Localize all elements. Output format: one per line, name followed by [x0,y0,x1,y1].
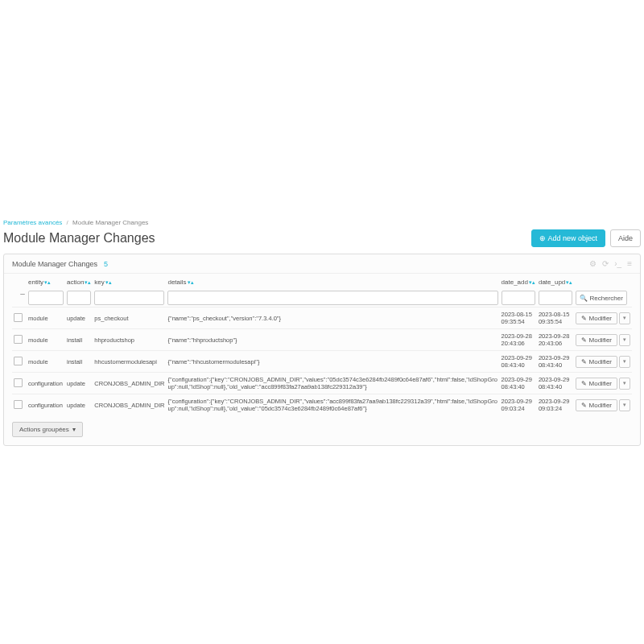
panel-title: Module Manager Changes [12,260,97,268]
cell-entity: module [27,329,65,351]
table-row: moduleinstallhhproductshop{"name":"hhpro… [12,329,632,351]
edit-dropdown[interactable]: ▾ [619,356,630,368]
table-row: configurationupdateCRONJOBS_ADMIN_DIR{"c… [12,373,632,394]
col-key[interactable]: key▾▴ [93,275,166,289]
col-date-add[interactable]: date_add▾▴ [500,275,537,289]
col-date-upd[interactable]: date_upd▾▴ [537,275,574,289]
breadcrumb-parent[interactable]: Paramètres avancés [3,219,62,226]
plus-icon: ⊕ [539,234,546,242]
cell-date-upd: 2023-09-2820:43:06 [537,329,574,351]
cell-date-add: 2023-09-2908:43:40 [500,373,537,394]
panel: Module Manager Changes 5 ⚙ ⟳ ›_ ≡ entity… [3,254,641,446]
add-new-object-button[interactable]: ⊕ Add new object [531,229,605,247]
filter-date-add[interactable] [502,291,535,305]
cell-date-upd: 2023-08-1509:35:54 [537,308,574,329]
list-icon[interactable]: ≡ [627,259,632,268]
export-icon[interactable]: ›_ [614,259,621,268]
filter-details[interactable] [167,291,497,305]
edit-dropdown[interactable]: ▾ [619,399,630,411]
chevron-down-icon: ▾ [72,426,76,433]
edit-button[interactable]: ✎ Modifier [576,378,617,390]
cell-entity: module [27,308,65,329]
cell-entity: module [27,351,65,373]
cell-date-upd: 2023-09-2908:43:40 [537,373,574,394]
cell-details: {"configuration":{"key":"CRONJOBS_ADMIN_… [166,394,499,416]
edit-dropdown[interactable]: ▾ [619,312,630,324]
bulk-actions-button[interactable]: Actions groupées▾ [12,422,83,437]
table-row: moduleupdateps_checkout{"name":"ps_check… [12,308,632,329]
cell-key: CRONJOBS_ADMIN_DIR [93,394,166,416]
col-details[interactable]: details▾▴ [166,275,499,289]
edit-dropdown[interactable]: ▾ [619,378,630,390]
cell-entity: configuration [27,373,65,394]
cell-details: {"configuration":{"key":"CRONJOBS_ADMIN_… [166,373,499,394]
cell-date-add: 2023-09-2820:43:06 [500,329,537,351]
data-table: entity▾▴ action▾▴ key▾▴ details▾▴ date_a… [12,275,632,415]
edit-button[interactable]: ✎ Modifier [576,312,617,324]
cell-details: {"name":"hhcustomermodulesapi"} [166,351,499,373]
row-checkbox[interactable] [14,313,23,322]
filter-action[interactable] [67,291,91,305]
cell-entity: configuration [27,394,65,416]
filter-entity[interactable] [28,291,64,305]
row-checkbox[interactable] [14,378,23,387]
table-row: moduleinstallhhcustomermodulesapi{"name"… [12,351,632,373]
row-checkbox[interactable] [14,357,23,365]
page-title: Module Manager Changes [3,231,531,246]
cell-action: update [65,394,93,416]
cell-details: {"name":"ps_checkout","version":"7.3.4.0… [166,308,499,329]
cell-action: install [65,351,93,373]
table-row: configurationupdateCRONJOBS_ADMIN_DIR{"c… [12,394,632,416]
breadcrumb: Paramètres avancés / Module Manager Chan… [3,219,641,226]
cell-date-upd: 2023-09-2908:43:40 [537,351,574,373]
search-button[interactable]: 🔍 Rechercher [576,291,627,305]
cell-date-add: 2023-09-2908:43:40 [500,351,537,373]
collapse-icon[interactable]: – [17,289,28,298]
cell-date-add: 2023-09-2909:03:24 [500,394,537,416]
row-checkbox[interactable] [14,400,23,409]
breadcrumb-current: Module Manager Changes [72,219,148,226]
cell-action: update [65,373,93,394]
cell-action: update [65,308,93,329]
cell-details: {"name":"hhproductshop"} [166,329,499,351]
filter-date-upd[interactable] [539,291,572,305]
filter-key[interactable] [94,291,164,305]
gear-icon[interactable]: ⚙ [589,259,597,268]
edit-button[interactable]: ✎ Modifier [576,356,617,368]
panel-count: 5 [104,260,108,268]
cell-action: install [65,329,93,351]
cell-date-upd: 2023-09-2909:03:24 [537,394,574,416]
cell-key: ps_checkout [93,308,166,329]
cell-key: hhcustomermodulesapi [93,351,166,373]
refresh-icon[interactable]: ⟳ [602,259,609,268]
col-entity[interactable]: entity▾▴ [27,275,65,289]
help-button[interactable]: Aide [610,229,641,247]
edit-dropdown[interactable]: ▾ [619,334,630,346]
cell-key: CRONJOBS_ADMIN_DIR [93,373,166,394]
col-action[interactable]: action▾▴ [65,275,93,289]
cell-key: hhproductshop [93,329,166,351]
cell-date-add: 2023-08-1509:35:54 [500,308,537,329]
edit-button[interactable]: ✎ Modifier [576,334,617,346]
edit-button[interactable]: ✎ Modifier [576,399,617,411]
row-checkbox[interactable] [14,335,23,344]
